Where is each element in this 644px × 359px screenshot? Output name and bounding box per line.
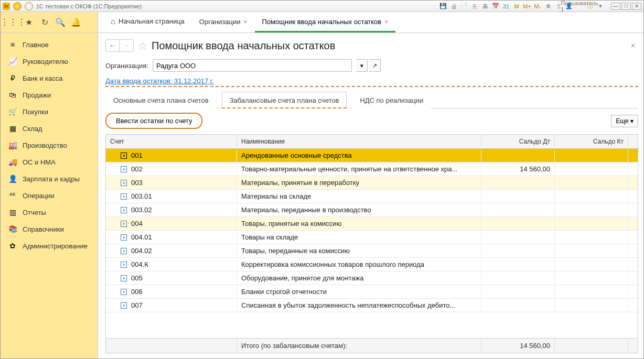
sidebar-item[interactable]: ᴬᴷОперации — [1, 187, 98, 204]
favorite-toggle[interactable]: ☆ — [138, 39, 147, 52]
sidebar-item[interactable]: 🚚ОС и НМА — [1, 154, 98, 170]
m-icon[interactable]: M — [512, 2, 521, 10]
sidebar-item[interactable]: ≡Главное — [1, 36, 98, 53]
m-plus-icon[interactable]: M+ — [523, 2, 531, 10]
sidebar-item[interactable]: 📚Справочники — [1, 221, 98, 237]
debit-value — [481, 258, 555, 271]
dropdown-icon[interactable]: ▾ — [356, 59, 368, 72]
back-button[interactable]: ← — [106, 40, 120, 51]
forward-button[interactable]: → — [120, 40, 133, 51]
sidebar-item-label: Руководителю — [23, 58, 68, 66]
window-title: 1С тестовая с ОКОФ (1С:Предприятие) — [36, 3, 142, 9]
acc-tab-main[interactable]: Основные счета плана счетов — [105, 92, 217, 108]
sidebar-icon: ▦ — [8, 124, 17, 133]
table-row[interactable]: ᴀ003Материалы, принятые в переработку — [106, 176, 638, 190]
account-icon: ᴀ — [121, 207, 127, 213]
maximize-button[interactable]: □ — [621, 3, 631, 10]
favorite-icon[interactable]: ★ — [24, 17, 34, 28]
bell-icon[interactable]: 🔔 — [71, 17, 81, 28]
close-button[interactable]: ✕ — [632, 3, 641, 10]
tab-home[interactable]: Начальная страница — [103, 12, 192, 32]
sidebar-item[interactable]: ✿Администрирование — [1, 237, 98, 254]
account-name: Оборудование, принятое для монтажа — [237, 271, 481, 285]
account-name: Бланки строгой отчетности — [237, 285, 481, 298]
table-row[interactable]: ᴀ005Оборудование, принятое для монтажа — [106, 271, 638, 285]
print2-icon[interactable]: 🖶 — [481, 2, 489, 10]
tab-assistant[interactable]: Помощник ввода начальных остатков× — [255, 13, 396, 32]
sidebar-icon: ▥ — [8, 208, 17, 216]
print-icon[interactable]: 🖨 — [449, 2, 458, 10]
sidebar-item[interactable]: 🛒Покупки — [1, 103, 98, 120]
sidebar-item[interactable]: 📈Руководителю — [1, 53, 98, 70]
sidebar-item[interactable]: ₽Банк и касса — [1, 70, 98, 86]
account-tabs: Основные счета плана счетов Забалансовые… — [105, 91, 638, 108]
credit-value — [555, 149, 628, 162]
sidebar-item-label: Справочники — [23, 225, 64, 233]
enter-balances-button[interactable]: Ввести остатки по счету — [105, 113, 202, 129]
table-row[interactable]: ᴀ004.ККорректировка комиссионных товаров… — [106, 258, 638, 271]
table-row[interactable]: ᴀ007Списанная в убыток задолженность неп… — [106, 299, 638, 312]
debit-value — [481, 285, 555, 298]
more-button[interactable]: Еще ▾ — [611, 115, 638, 127]
col-account[interactable]: Счет — [106, 135, 237, 148]
close-page-button[interactable]: × — [631, 41, 635, 50]
sidebar-icon: 🛒 — [8, 107, 17, 116]
open-icon[interactable]: ↗ — [369, 59, 381, 72]
main-menu-button[interactable] — [13, 2, 22, 10]
sidebar-item[interactable]: 👤Зарплата и кадры — [1, 170, 98, 187]
account-name: Товары, переданные на комиссию — [237, 244, 481, 257]
close-icon[interactable]: × — [384, 18, 388, 26]
close-icon[interactable]: × — [244, 18, 248, 26]
debit-value — [481, 176, 555, 189]
dropdown-icon[interactable]: ▾ — [596, 2, 605, 10]
col-debit[interactable]: Сальдо Дт — [481, 135, 555, 148]
doc-icon[interactable]: 📄 — [460, 2, 468, 10]
table-row[interactable]: ᴀ002Товарно-материальные ценности, приня… — [106, 162, 638, 176]
account-icon: ᴀ — [121, 289, 127, 295]
sidebar-item[interactable]: 🏭Производство — [1, 137, 98, 154]
sidebar-item-label: Покупки — [23, 108, 48, 116]
col-name[interactable]: Наименование — [237, 135, 481, 148]
table-row[interactable]: ᴀ001Арендованные основные средства — [106, 149, 638, 162]
credit-value — [555, 203, 628, 216]
account-name: Товары на складе — [237, 231, 481, 244]
apps-icon[interactable]: ⋮⋮⋮ — [8, 17, 18, 28]
minimize-button[interactable]: — — [611, 3, 620, 10]
date-icon[interactable]: 31 — [502, 2, 510, 10]
account-code: 001 — [131, 151, 143, 159]
account-name: Материалы, переданные в производство — [237, 203, 481, 216]
debit-value — [481, 231, 555, 244]
account-icon: ᴀ — [121, 262, 127, 268]
acc-tab-vat[interactable]: НДС по реализации — [352, 92, 431, 108]
tab-organizations[interactable]: Организации× — [192, 13, 255, 32]
calendar-icon[interactable]: 📅 — [491, 2, 500, 10]
org-input[interactable] — [153, 59, 352, 72]
search-icon[interactable]: 🔍 — [55, 17, 66, 28]
info-icon[interactable]: ⓘ — [586, 2, 594, 10]
dropdown-button[interactable] — [25, 2, 33, 10]
sidebar-item[interactable]: ▦Склад — [1, 120, 98, 137]
account-code: 003.02 — [131, 206, 152, 214]
table-row[interactable]: ᴀ003.01Материалы на складе — [106, 190, 638, 203]
titlebar: 1c 1С тестовая с ОКОФ (1С:Предприятие) 💾… — [1, 1, 643, 12]
acc-tab-offbalance[interactable]: Забалансовые счета плана счетов — [222, 92, 347, 108]
table-row[interactable]: ᴀ003.02Материалы, переданные в производс… — [106, 203, 638, 217]
sidebar-icon: 📈 — [8, 57, 17, 66]
m-minus-icon[interactable]: M- — [533, 2, 542, 10]
sidebar-item-label: Банк и касса — [23, 74, 63, 82]
save-icon[interactable]: 💾 — [439, 2, 447, 10]
table-row[interactable]: ᴀ006Бланки строгой отчетности — [106, 285, 638, 299]
user-label[interactable]: Пользователь 1 — [575, 2, 584, 10]
sidebar-item[interactable]: ▥Отчеты — [1, 204, 98, 221]
history-icon[interactable]: ↻ — [39, 17, 50, 28]
sidebar-icon: ≡ — [8, 40, 17, 49]
compare-icon[interactable]: ⎘ — [470, 2, 479, 10]
col-credit[interactable]: Сальдо Кт — [555, 135, 628, 148]
sidebar-item[interactable]: 🛍Продажи — [1, 86, 98, 103]
table-row[interactable]: ᴀ004.02Товары, переданные на комиссию — [106, 244, 638, 258]
table-row[interactable]: ᴀ004.01Товары на складе — [106, 231, 638, 244]
credit-value — [555, 258, 628, 271]
table-row[interactable]: ᴀ004Товары, принятые на комиссию — [106, 217, 638, 231]
zoom-icon[interactable]: ⊕ — [544, 2, 552, 10]
date-link[interactable]: Дата ввода остатков: 31.12.2017 г. — [105, 77, 638, 87]
